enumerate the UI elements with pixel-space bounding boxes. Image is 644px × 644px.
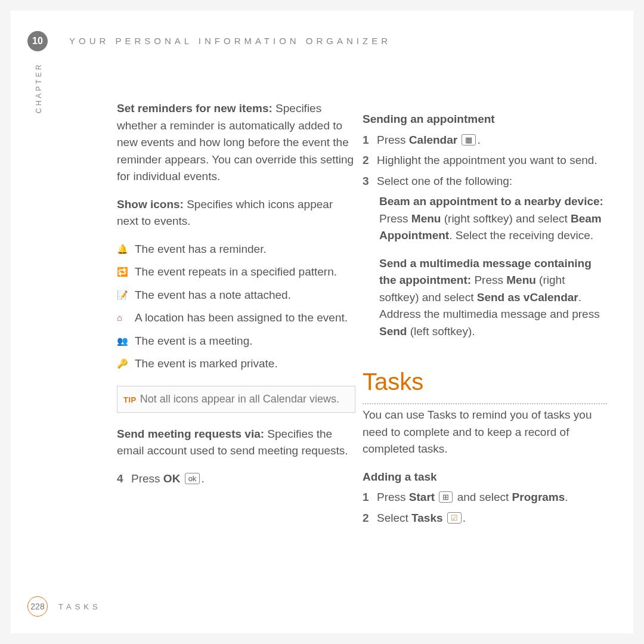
page-footer: 228 TASKS: [27, 596, 101, 617]
tasks-key-icon: ☑: [447, 512, 462, 524]
calendar-key-icon: ▦: [462, 134, 476, 145]
show-icons-para: Show icons: Specifies which icons appear…: [117, 196, 355, 230]
step-bold: Calendar: [409, 134, 457, 146]
set-reminders-heading: Set reminders for new items:: [117, 102, 273, 114]
step-bold: Programs: [512, 491, 565, 503]
icon-row-location: ⌂ A location has been assigned to the ev…: [117, 309, 355, 327]
icon-text: The event is a meeting.: [135, 333, 253, 350]
icon-text: A location has been assigned to the even…: [135, 309, 348, 327]
sending-option-beam: Beam an appointment to a nearby device: …: [379, 193, 607, 244]
bell-icon: 🔔: [117, 243, 130, 256]
icon-text: The event is marked private.: [135, 355, 278, 373]
step-number: 1: [363, 132, 377, 149]
opt-text: Press: [379, 212, 411, 225]
tasks-intro: You can use Tasks to remind you of tasks…: [363, 407, 607, 458]
left-column: Set reminders for new items: Specifies w…: [117, 100, 355, 491]
step-text: .: [477, 134, 480, 146]
step-number: 1: [363, 489, 377, 506]
opt-bold: Menu: [411, 212, 441, 225]
step-4: 4 Press OK ok.: [117, 470, 355, 488]
sending-step-1: 1 Press Calendar ▦.: [363, 132, 607, 149]
step-text: .: [201, 472, 204, 485]
icon-row-note: 📝 The event has a note attached.: [117, 287, 355, 304]
send-meeting-para: Send meeting requests via: Specifies the…: [117, 426, 355, 460]
sending-heading: Sending an appointment: [363, 111, 607, 128]
tip-label: TIP: [123, 395, 137, 404]
tip-callout: TIPNot all icons appear in all Calendar …: [117, 386, 355, 413]
step-body: Highlight the appointment you want to se…: [377, 152, 597, 169]
page-number: 228: [27, 596, 48, 617]
step-text: .: [463, 512, 466, 524]
manual-page: 10 YOUR PERSONAL INFORMATION ORGANIZER C…: [11, 11, 633, 633]
opt-bold: Send: [379, 325, 407, 338]
step-body: Press OK ok.: [131, 470, 205, 488]
step-number: 3: [363, 173, 377, 190]
opt-bold: Send as vCalendar: [477, 291, 578, 304]
step-text: Select: [377, 512, 411, 524]
send-meeting-heading: Send meeting requests via:: [117, 428, 264, 440]
adding-step-2: 2 Select Tasks ☑.: [363, 510, 607, 527]
footer-title: TASKS: [58, 602, 101, 611]
chapter-side-label: CHAPTER: [35, 63, 43, 113]
step-bold: OK: [163, 472, 181, 485]
icon-row-private: 🔑 The event is marked private.: [117, 355, 355, 373]
opt-text: (left softkey).: [407, 325, 475, 338]
step-bold: Tasks: [411, 512, 442, 524]
step-number: 2: [363, 510, 377, 527]
right-column: Sending an appointment 1 Press Calendar …: [363, 100, 607, 530]
sending-step-3: 3 Select one of the following:: [363, 173, 607, 190]
step-text: Press: [377, 134, 409, 146]
step-text: and select: [454, 491, 512, 503]
key-icon: 🔑: [117, 357, 130, 371]
step-number: 2: [363, 152, 377, 169]
step-body: Select Tasks ☑.: [377, 510, 466, 527]
opt-bold: Beam an appointment to a nearby device:: [379, 195, 603, 208]
opt-text: . Select the receiving device.: [449, 229, 593, 242]
icon-text: The event has a reminder.: [135, 241, 267, 258]
adding-step-1: 1 Press Start ⊞ and select Programs.: [363, 489, 607, 506]
opt-bold: Menu: [506, 274, 536, 286]
chapter-number-badge: 10: [27, 31, 48, 51]
show-icons-heading: Show icons:: [117, 198, 184, 210]
sending-step-2: 2 Highlight the appointment you want to …: [363, 152, 607, 169]
step-body: Select one of the following:: [377, 173, 512, 190]
icon-text: The event repeats in a specified pattern…: [135, 264, 337, 281]
icon-text: The event has a note attached.: [135, 287, 291, 304]
location-icon: ⌂: [117, 311, 130, 325]
sending-option-mms: Send a multimedia message containing the…: [379, 255, 607, 340]
tip-body: Not all icons appear in all Calendar vie…: [140, 393, 339, 405]
repeat-icon: 🔁: [117, 265, 130, 279]
step-body: Press Start ⊞ and select Programs.: [377, 489, 568, 506]
start-key-icon: ⊞: [439, 491, 453, 503]
set-reminders-para: Set reminders for new items: Specifies w…: [117, 100, 355, 185]
step-text: .: [565, 491, 568, 503]
opt-text: Press: [471, 274, 506, 286]
tasks-section-title: Tasks: [363, 364, 607, 404]
step-body: Press Calendar ▦.: [377, 132, 481, 149]
adding-task-heading: Adding a task: [363, 469, 607, 486]
opt-text: (right softkey) and select: [441, 212, 571, 225]
header-title: YOUR PERSONAL INFORMATION ORGANIZER: [69, 36, 391, 46]
step-bold: Start: [409, 491, 435, 503]
icon-row-repeat: 🔁 The event repeats in a specified patte…: [117, 264, 355, 281]
icon-legend-list: 🔔 The event has a reminder. 🔁 The event …: [117, 241, 355, 373]
step-text: Press: [131, 472, 163, 485]
note-icon: 📝: [117, 289, 130, 302]
meeting-icon: 👥: [117, 335, 130, 348]
step-text: Press: [377, 491, 409, 503]
ok-key-icon: ok: [185, 473, 200, 484]
icon-row-meeting: 👥 The event is a meeting.: [117, 333, 355, 350]
step-number: 4: [117, 470, 131, 488]
icon-row-reminder: 🔔 The event has a reminder.: [117, 241, 355, 258]
